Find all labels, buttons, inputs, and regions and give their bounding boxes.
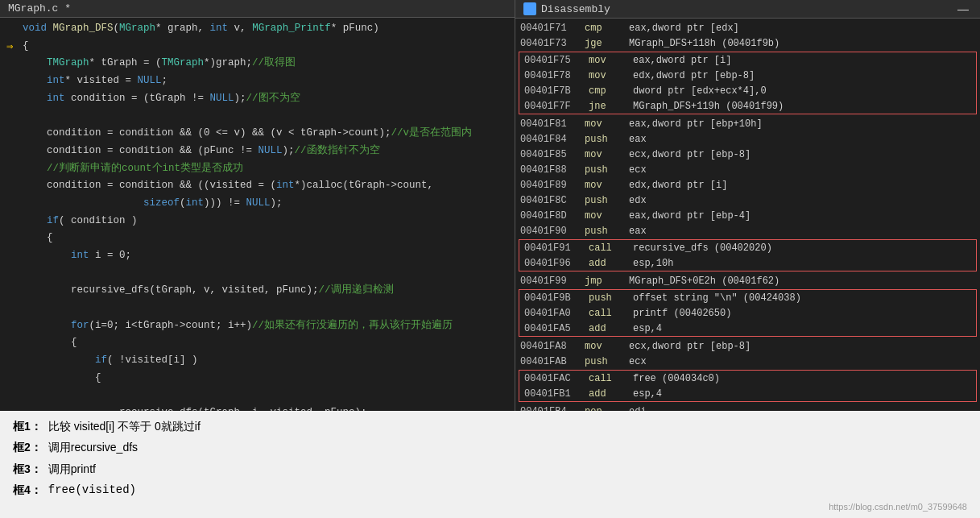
disasm-ops: edx [629, 193, 975, 208]
disasm-addr: 00401F88 [520, 163, 585, 177]
disasm-row: 00401FAC call free (004034c0) [519, 371, 976, 386]
disasm-ops: esp,4 [633, 321, 971, 336]
disasm-row: 00401FB4 pop edi [515, 404, 980, 411]
arrow-none [6, 196, 19, 213]
arrow-none [6, 21, 19, 39]
code-panel-title: MGraph.c * [8, 2, 71, 15]
disasm-mnem: push [589, 291, 633, 305]
disasm-row: 00401F96 add esp,10h [519, 255, 976, 271]
disasm-mnem: call [589, 306, 633, 321]
code-text [23, 300, 29, 316]
disasm-mnem: add [589, 321, 633, 336]
code-line: { [0, 371, 515, 388]
code-text: { [23, 39, 29, 54]
disasm-ops: eax,dword ptr [ebp-4] [629, 209, 975, 223]
code-content[interactable]: void MGraph_DFS(MGraph* graph, int v, MG… [0, 18, 515, 411]
disasm-addr: 00401FA0 [524, 306, 589, 321]
disasm-panel-header: Disassembly — [515, 0, 980, 19]
code-text: if( !visited[i] ) [23, 353, 198, 368]
ann-label-1: 框1： [13, 417, 42, 435]
arrow-none [6, 126, 19, 143]
code-text: TMGraph* tGraph = (TMGraph*)graph;//取得图 [23, 56, 296, 71]
disasm-mnem: jmp [585, 274, 629, 288]
disasm-addr: 00401FB4 [520, 404, 585, 412]
disasm-mnem: mov [585, 147, 629, 162]
code-text: int i = 0; [23, 248, 131, 263]
ann-text-3: 调用printf [48, 460, 96, 478]
disasm-mnem: cmp [589, 84, 633, 98]
disasm-ops: eax,dword ptr [i] [633, 53, 971, 68]
code-text: int* visited = NULL; [23, 73, 167, 89]
disasm-ops: MGraph_DFS+119h (00401f99) [633, 99, 971, 114]
disasm-mnem: mov [585, 178, 629, 193]
disasm-row: 00401FB1 add esp,4 [519, 386, 976, 401]
code-text: { [23, 230, 53, 246]
box-frame-2: 00401F91 call recursive_dfs (00402020) 0… [519, 239, 977, 271]
code-text: if( condition ) [23, 213, 138, 229]
disasm-row: 00401F7F jne MGraph_DFS+119h (00401f99) [519, 98, 976, 114]
code-panel-header: MGraph.c * [0, 0, 515, 18]
disasm-row: 00401F90 push eax [515, 223, 980, 238]
disasm-ops: offset string "\n" (00424038) [633, 291, 971, 305]
arrow-none [6, 248, 19, 266]
disasm-row: 00401F75 mov eax,dword ptr [i] [519, 52, 976, 68]
code-line: int condition = (tGraph != NULL);//图不为空 [0, 91, 515, 109]
code-text: { [23, 371, 101, 386]
disasm-ops: esp,4 [633, 387, 971, 401]
disasm-ops: recursive_dfs (00402020) [633, 241, 971, 255]
footer-url: https://blog.csdn.net/m0_37599648 [829, 502, 967, 512]
disasm-mnem: call [589, 241, 633, 255]
disasm-addr: 00401F89 [520, 178, 585, 193]
disasm-addr: 00401F96 [524, 256, 589, 271]
ann-text-1: 比较 visited[i] 不等于 0就跳过if [48, 417, 201, 435]
arrow-none [6, 300, 19, 318]
code-line: TMGraph* tGraph = (TMGraph*)graph;//取得图 [0, 56, 515, 73]
disasm-addr: 00401F78 [524, 68, 589, 83]
disasm-row: 00401F7B cmp dword ptr [edx+ecx*4],0 [519, 83, 976, 98]
disasm-row: 00401F73 jge MGraph_DFS+118h (00401f9b) [515, 35, 980, 51]
disasm-addr: 00401FB1 [524, 387, 589, 401]
disasm-mnem: mov [585, 117, 629, 131]
code-text: condition = condition && (pFunc != NULL)… [23, 143, 380, 159]
disasm-ops: edx,dword ptr [ebp-8] [633, 68, 971, 83]
ann-text-4: free(visited) [48, 481, 136, 499]
ann-label-3: 框3： [13, 460, 42, 478]
disasm-title: Disassembly [541, 3, 610, 15]
arrow-none [6, 405, 19, 411]
code-line: //判断新申请的count个int类型是否成功 [0, 161, 515, 179]
arrow-none [6, 91, 19, 109]
disasm-mnem: pop [585, 404, 629, 412]
disasm-mnem: push [585, 354, 629, 369]
disasm-row: 00401F8C push edx [515, 193, 980, 208]
disasm-addr: 00401FA8 [520, 339, 585, 354]
arrow-none [6, 353, 19, 371]
arrow-none [6, 161, 19, 179]
disasm-ops: ecx [629, 163, 975, 177]
panel-close-button[interactable]: — [954, 2, 972, 15]
code-text [23, 108, 29, 123]
disasm-addr: 00401F71 [520, 21, 585, 35]
disasm-row: 00401F91 call recursive_dfs (00402020) [519, 240, 976, 255]
ann-label-4: 框4： [13, 481, 42, 499]
disasm-ops: eax,dword ptr [edx] [629, 21, 975, 35]
disasm-addr: 00401F85 [520, 147, 585, 162]
code-text: int condition = (tGraph != NULL);//图不为空 [23, 91, 300, 106]
code-text: condition = condition && (0 <= v) && (v … [23, 126, 472, 141]
disasm-mnem: mov [589, 68, 633, 83]
disasm-content[interactable]: 00401F71 cmp eax,dword ptr [edx] 00401F7… [515, 19, 980, 411]
main-container: MGraph.c * void MGraph_DFS(MGraph* graph… [0, 0, 980, 518]
disasm-row: 00401F84 push eax [515, 131, 980, 147]
disasm-mnem: push [585, 193, 629, 208]
code-text: { [23, 335, 77, 350]
annotation-line-1: 框1： 比较 visited[i] 不等于 0就跳过if [13, 417, 967, 435]
disasm-ops: eax,dword ptr [ebp+10h] [629, 117, 975, 131]
disasm-ops: printf (00402650) [633, 306, 971, 321]
disasm-ops: free (004034c0) [633, 371, 971, 386]
code-line [0, 108, 515, 126]
disasm-row: 00401F88 push ecx [515, 162, 980, 177]
disasm-addr: 00401F99 [520, 274, 585, 288]
disasm-row: 00401FAB push ecx [515, 354, 980, 369]
disasm-ops: ecx,dword ptr [ebp-8] [629, 339, 975, 354]
arrow-none [6, 178, 19, 196]
disasm-mnem: mov [585, 339, 629, 354]
